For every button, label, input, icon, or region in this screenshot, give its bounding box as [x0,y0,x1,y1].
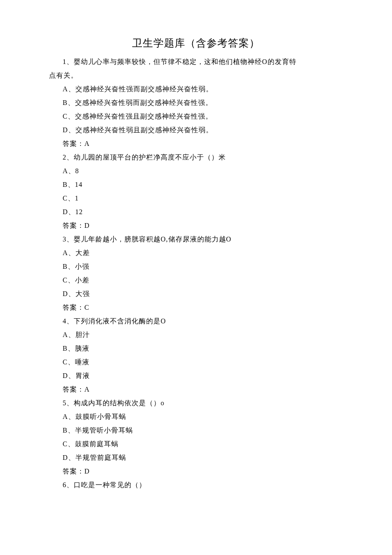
text-line: C、鼓膜前庭耳蜗 [49,437,343,451]
text-line: D、交感神经兴奋性弱且副交感神经兴奋性弱。 [49,123,343,137]
text-line: A、8 [49,164,343,178]
text-line: D、胃液 [49,369,343,383]
text-line: D、12 [49,205,343,219]
text-line: B、交感神经兴奋性弱而副交感神经兴奋性强。 [49,96,343,110]
text-line: 4、下列消化液不含消化酶的是O [49,314,343,328]
text-line: 2、幼儿园的屋顶平台的护栏净高度不应小于（）米 [49,151,343,164]
text-line: 点有关。 [49,69,343,82]
text-line: 答案：A [49,383,343,396]
text-line: D、半规管前庭耳蜗 [49,451,343,465]
text-line: 答案：D [49,219,343,232]
text-line: A、胆汁 [49,328,343,342]
text-line: B、胰液 [49,342,343,355]
text-line: B、14 [49,178,343,192]
text-line: 6、口吃是一种常见的（） [49,478,343,492]
text-line: C、交感神经兴奋性强且副交感神经兴奋性强。 [49,110,343,123]
text-line: 3、婴儿年龄越小，膀胱容积越O,储存尿液的能力越O [49,232,343,246]
text-line: 答案：D [49,465,343,478]
text-line: 5、构成内耳的结构依次是（）o [49,396,343,410]
text-line: A、大差 [49,246,343,260]
text-line: A、鼓膜听小骨耳蜗 [49,410,343,424]
text-line: A、交感神经兴奋性强而副交感神经兴奋性弱。 [49,82,343,96]
text-line: 1、婴幼儿心率与频率较快，但节律不稳定，这和他们植物神经O的发育特 [49,55,343,69]
question-body: 1、婴幼儿心率与频率较快，但节律不稳定，这和他们植物神经O的发育特点有关。A、交… [49,55,343,492]
text-line: 答案：A [49,137,343,151]
text-line: C、小差 [49,273,343,287]
page-title: 卫生学题库（含参考答案） [49,36,343,50]
text-line: B、小强 [49,260,343,273]
text-line: 答案：C [49,301,343,314]
text-line: C、1 [49,192,343,205]
text-line: B、半规管听小骨耳蜗 [49,424,343,437]
text-line: D、大强 [49,287,343,301]
text-line: C、唾液 [49,355,343,369]
